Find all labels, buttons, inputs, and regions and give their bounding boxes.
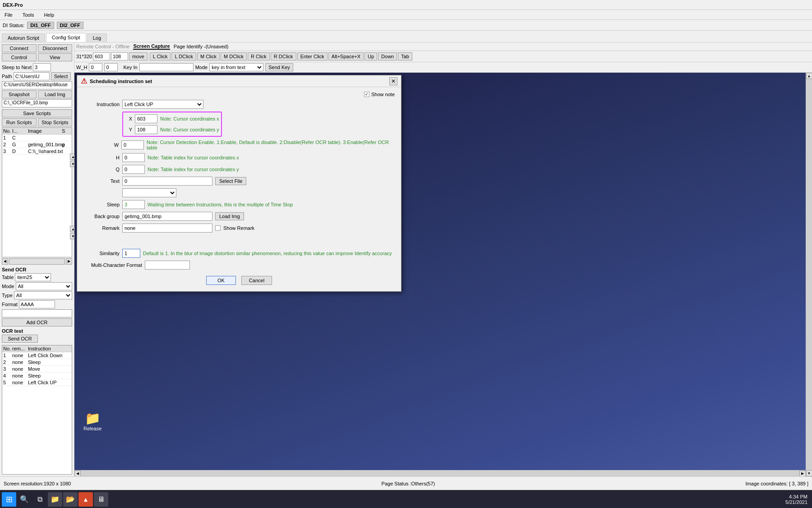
side-up-arrow2[interactable]: ▲ xyxy=(70,226,74,232)
mode-select[interactable]: key in from text xyxy=(209,63,263,71)
scheduling-dialog: ⚠ Scheduling instruction set ✕ ✓ Show no… xyxy=(77,75,401,292)
y-coord-input[interactable] xyxy=(111,52,128,61)
ocr-format-label: Format xyxy=(2,302,18,307)
back-group-load-button[interactable]: Load Img xyxy=(215,212,244,220)
enter-click-button[interactable]: Enter Click xyxy=(297,52,328,61)
y-note: Note: Cursor coordinates y xyxy=(160,127,219,132)
show-note-label: Show note xyxy=(371,92,395,97)
menu-help[interactable]: Help xyxy=(41,11,57,19)
page-identify-tab[interactable]: Page Identify -(Unsaved) xyxy=(174,44,229,49)
send-key-button[interactable]: Send Key xyxy=(265,63,293,71)
side-up-arrow[interactable]: ▲ xyxy=(70,154,74,160)
ocr-table-select[interactable]: item25 xyxy=(15,273,51,281)
taskbar-dexpro[interactable]: ▲ xyxy=(78,492,93,507)
screen-capture-tab[interactable]: Screen Capture xyxy=(133,43,170,50)
ok-button[interactable]: OK xyxy=(206,276,236,285)
instruction-select[interactable]: Left Click UP xyxy=(122,100,203,109)
key-in-input[interactable] xyxy=(139,63,194,71)
w-dialog-input[interactable] xyxy=(121,140,144,149)
alt-space-button[interactable]: Alt+Space+X xyxy=(328,52,364,61)
view-button[interactable]: View xyxy=(38,53,73,61)
control-button[interactable]: Control xyxy=(2,53,37,61)
r-click-button[interactable]: R Click xyxy=(248,52,270,61)
connect-button[interactable]: Connect xyxy=(2,44,37,52)
send-ocr-button[interactable]: Send OCR xyxy=(2,335,38,343)
m-dclick-button[interactable]: M DClick xyxy=(221,52,247,61)
instr-col-no: No. xyxy=(3,346,12,351)
image-coords-status: Image coordinates: [ 3, 389 ] xyxy=(746,481,808,486)
multi-char-input[interactable] xyxy=(145,261,190,270)
taskbar-app3[interactable]: 🖥 xyxy=(94,492,108,507)
ocr-mode-select[interactable]: All xyxy=(16,282,72,290)
up-button[interactable]: Up xyxy=(364,52,377,61)
remote-label: Remote Control - Offline xyxy=(76,44,129,49)
h-dialog-input[interactable] xyxy=(122,153,145,162)
select-file-button[interactable]: Select File xyxy=(215,177,246,185)
tab-autorun-script[interactable]: Autorun Script xyxy=(2,33,45,42)
task-view-button[interactable]: ⧉ xyxy=(32,492,47,507)
side-down-arrow2[interactable]: ▼ xyxy=(70,233,74,239)
run-scripts-button[interactable]: Run Scripts xyxy=(2,118,37,126)
q-input[interactable] xyxy=(122,165,145,174)
ocr-format-input[interactable] xyxy=(19,300,55,308)
taskbar-app2[interactable]: 📂 xyxy=(63,492,78,507)
menu-tools[interactable]: Tools xyxy=(20,11,37,19)
save-scripts-button[interactable]: Save Scripts xyxy=(2,109,72,117)
x-coord-input[interactable] xyxy=(93,52,110,61)
down-button[interactable]: Down xyxy=(378,52,397,61)
w-input[interactable] xyxy=(89,63,102,71)
taskbar-app1[interactable]: 📁 xyxy=(48,492,62,507)
stop-scripts-button[interactable]: Stop Scripts xyxy=(38,118,73,126)
l-click-button[interactable]: L Click xyxy=(150,52,171,61)
l-dclick-button[interactable]: L DClick xyxy=(171,52,196,61)
text-input[interactable] xyxy=(122,177,212,186)
h-input[interactable] xyxy=(104,63,118,71)
resolution-status: Screen resolution:1920 x 1080 xyxy=(4,481,71,486)
sleep-dialog-input[interactable] xyxy=(122,200,145,209)
remark-input[interactable] xyxy=(122,224,212,233)
col-i: I... xyxy=(12,128,28,134)
r-dclick-button[interactable]: R DClick xyxy=(271,52,296,61)
path-input[interactable] xyxy=(14,72,50,80)
h-label: H xyxy=(83,155,120,160)
m-click-button[interactable]: M Click xyxy=(197,52,220,61)
side-down-arrow[interactable]: ▼ xyxy=(70,161,74,167)
start-button[interactable]: ⊞ xyxy=(2,492,16,507)
y-input[interactable] xyxy=(135,125,157,134)
snapshot-button[interactable]: Snapshot xyxy=(2,90,37,98)
tab-config-script[interactable]: Config Script xyxy=(46,33,86,42)
scroll-right-arrow[interactable]: ▶ xyxy=(66,258,72,265)
back-group-input[interactable] xyxy=(122,212,212,221)
search-button[interactable]: 🔍 xyxy=(17,492,32,507)
select-button[interactable]: Select xyxy=(51,72,71,80)
ocr-type-select[interactable]: All xyxy=(14,291,72,299)
screen-scroll-up[interactable]: ▲ xyxy=(806,73,812,79)
dialog-close-button[interactable]: ✕ xyxy=(389,77,397,85)
menu-file[interactable]: File xyxy=(2,11,15,19)
x-input[interactable] xyxy=(135,114,157,123)
text-dropdown[interactable] xyxy=(122,188,176,197)
similarity-input[interactable] xyxy=(122,249,140,258)
x-note: Note: Cursor coordinates x xyxy=(160,116,219,121)
show-note-checkbox[interactable]: ✓ xyxy=(364,92,369,97)
screen-scroll-right[interactable]: ▶ xyxy=(799,471,806,477)
sleep-input[interactable] xyxy=(33,63,51,71)
cancel-button[interactable]: Cancel xyxy=(241,276,272,285)
disconnect-button[interactable]: Disconnect xyxy=(38,44,73,52)
screen-scroll-left[interactable]: ◀ xyxy=(74,471,81,477)
file-path-display: C:\_\OCRFile_10.bmp xyxy=(2,99,72,107)
path-label: Path xyxy=(2,74,12,79)
move-button[interactable]: move xyxy=(129,52,148,61)
ocr-type-label: Type xyxy=(2,293,13,298)
scroll-left-arrow[interactable]: ◀ xyxy=(2,258,8,265)
ocr-value-input[interactable] xyxy=(2,309,72,317)
screen-scroll-down[interactable]: ▼ xyxy=(806,470,812,476)
add-ocr-button[interactable]: Add OCR xyxy=(2,318,72,326)
tab-button[interactable]: Tab xyxy=(398,52,412,61)
tab-log[interactable]: Log xyxy=(87,33,107,42)
sleep-note: Waiting time between Instructions, this … xyxy=(148,202,293,207)
show-remark-checkbox[interactable] xyxy=(215,225,221,231)
load-img-button[interactable]: Load Img xyxy=(38,90,73,98)
taskbar-clock: 4:34 PM 5/21/2021 xyxy=(785,494,810,505)
wh-label: W_H xyxy=(76,65,87,70)
